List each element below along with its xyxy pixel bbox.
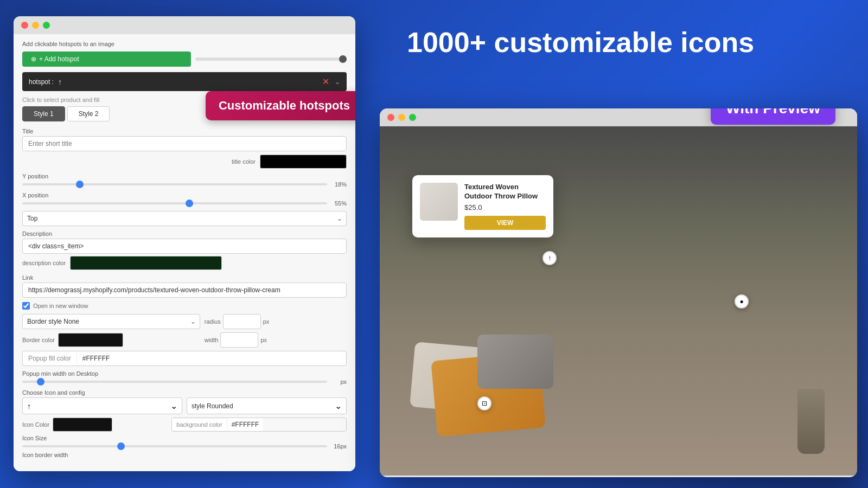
description-color-label: description color (22, 260, 66, 266)
traffic-light-green[interactable] (43, 22, 50, 29)
product-title: Textured Woven Outdoor Throw Pillow (464, 183, 546, 201)
width-label: width (205, 337, 219, 343)
hotspot-row-left: hotspot : ↑ (29, 78, 62, 86)
hotspot-icon-1: ↑ (548, 254, 551, 262)
product-view-button[interactable]: VIEW (464, 216, 546, 230)
description-input[interactable] (22, 239, 347, 254)
border-style-radius-row: Border style None radius px (22, 314, 347, 329)
title-label: Title (22, 128, 347, 134)
progress-track (195, 57, 347, 61)
title-field-group: Title title color (22, 128, 347, 169)
popup-fill-label: Popup fill color (23, 351, 77, 365)
bg-color-label: background color (172, 419, 227, 431)
icon-color-block: Icon Color (22, 418, 167, 432)
bg-color-value[interactable]: #FFFFFF (227, 418, 264, 431)
progress-dot (339, 55, 347, 63)
radius-px: px (263, 318, 270, 325)
preview-tl-green[interactable] (409, 114, 416, 121)
link-input[interactable] (22, 282, 347, 298)
preview-tl-red[interactable] (387, 114, 394, 121)
popup-min-width-label: Popup min width on Desktop (22, 370, 347, 377)
hotspot-close-icon[interactable]: ✕ (322, 76, 329, 87)
title-input[interactable] (22, 136, 347, 151)
vase-decoration (797, 389, 825, 454)
description-color-swatch[interactable] (70, 256, 222, 270)
style-dropdown[interactable]: style Rounded ⌄ (187, 397, 347, 414)
popup-min-width-px: px (330, 378, 347, 385)
x-position-value: 55% (330, 200, 347, 207)
hotspot-up-arrow-icon[interactable]: ↑ (58, 78, 62, 86)
title-color-label: title color (232, 158, 256, 165)
pillow-gray (477, 335, 553, 389)
icon-color-row: Icon Color background color #FFFFFF (22, 418, 347, 432)
icon-color-label: Icon Color (22, 421, 49, 428)
icon-size-slider[interactable] (22, 445, 327, 447)
description-label: Description (22, 230, 347, 237)
title-field-row (22, 136, 347, 151)
icon-size-value: 16px (330, 443, 347, 450)
with-preview-badge: With Preview (711, 108, 835, 125)
x-position-group: X position 55% (22, 192, 347, 207)
icon-dropdown[interactable]: ↑ ⌄ (22, 397, 182, 414)
traffic-light-yellow[interactable] (32, 22, 39, 29)
hotspot-dot-2[interactable]: ● (735, 294, 749, 309)
icon-size-label: Icon Size (22, 435, 347, 441)
open-new-window-label: Open in new window (33, 303, 88, 309)
preview-window: With Preview Textured Woven Outdoor Thro… (380, 108, 857, 477)
y-slider-row: 18% (22, 181, 347, 188)
hotspot-label: hotspot : (29, 78, 54, 86)
link-group: Link (22, 274, 347, 298)
hotspot-dot-1[interactable]: ↑ (542, 251, 557, 265)
icon-size-slider-row: 16px (22, 443, 347, 450)
title-color-swatch[interactable] (260, 155, 347, 169)
x-position-label: X position (22, 192, 347, 198)
plus-icon: ⊕ (31, 55, 36, 63)
style-tab-2[interactable]: Style 2 (67, 106, 110, 121)
left-panel: Add clickable hotspots to an image ⊕ + A… (0, 0, 369, 488)
popup-fill-row: Popup fill color #FFFFFF (22, 351, 347, 366)
x-position-slider[interactable] (22, 202, 327, 204)
traffic-light-red[interactable] (21, 22, 28, 29)
border-style-select[interactable]: Border style None (22, 314, 200, 329)
product-popup-card: Textured Woven Outdoor Throw Pillow $25.… (412, 175, 553, 237)
popup-fill-value[interactable]: #FFFFFF (77, 351, 346, 365)
popup-min-width-slider-row: px (22, 378, 347, 385)
border-color-swatch[interactable] (58, 333, 123, 347)
icon-color-swatch[interactable] (53, 418, 112, 432)
open-new-window-checkbox[interactable] (22, 302, 30, 310)
preview-tl-yellow[interactable] (398, 114, 405, 121)
customizable-hotspots-banner: Customizable hotspots (206, 91, 355, 120)
popup-position-select[interactable]: Top (22, 211, 347, 226)
hotspot-row: hotspot : ↑ ✕ ⌄ (22, 72, 347, 91)
add-hotspot-button[interactable]: ⊕ + Add hotspot (22, 52, 191, 67)
link-label: Link (22, 274, 347, 281)
width-px: px (260, 337, 267, 343)
icon-arrow-symbol: ↑ (27, 402, 31, 410)
popup-min-width-slider[interactable] (22, 381, 327, 383)
popup-min-width-group: Popup min width on Desktop px (22, 370, 347, 385)
popup-position-row: Top (22, 211, 347, 226)
width-input[interactable] (220, 332, 258, 348)
y-position-slider[interactable] (22, 183, 327, 185)
choose-icon-label: Choose Icon and config (22, 389, 347, 396)
hotspot-icon-2: ● (739, 298, 743, 305)
style-tab-1[interactable]: Style 1 (22, 106, 65, 121)
big-title: 1000+ customizable icons (407, 27, 846, 58)
hotspot-icon-3: ⊡ (482, 400, 487, 407)
radius-input[interactable] (223, 314, 261, 329)
window-titlebar (14, 16, 355, 34)
window-body: Add clickable hotspots to an image ⊕ + A… (14, 34, 355, 471)
progress-row: ⊕ + Add hotspot (22, 52, 347, 67)
style-rounded-label: style Rounded (192, 402, 233, 410)
hotspot-dot-3[interactable]: ⊡ (477, 396, 492, 410)
y-position-group: Y position 18% (22, 173, 347, 188)
product-info: Textured Woven Outdoor Throw Pillow $25.… (464, 183, 546, 230)
product-image (420, 183, 458, 221)
app-window: Add clickable hotspots to an image ⊕ + A… (14, 16, 355, 471)
hotspot-chevron-icon[interactable]: ⌄ (335, 78, 340, 86)
y-position-label: Y position (22, 173, 347, 179)
border-color-label: Border color (22, 337, 55, 343)
open-new-window-row: Open in new window (22, 302, 347, 310)
bg-color-block: background color #FFFFFF (171, 418, 347, 432)
preview-body: Textured Woven Outdoor Throw Pillow $25.… (380, 126, 857, 476)
